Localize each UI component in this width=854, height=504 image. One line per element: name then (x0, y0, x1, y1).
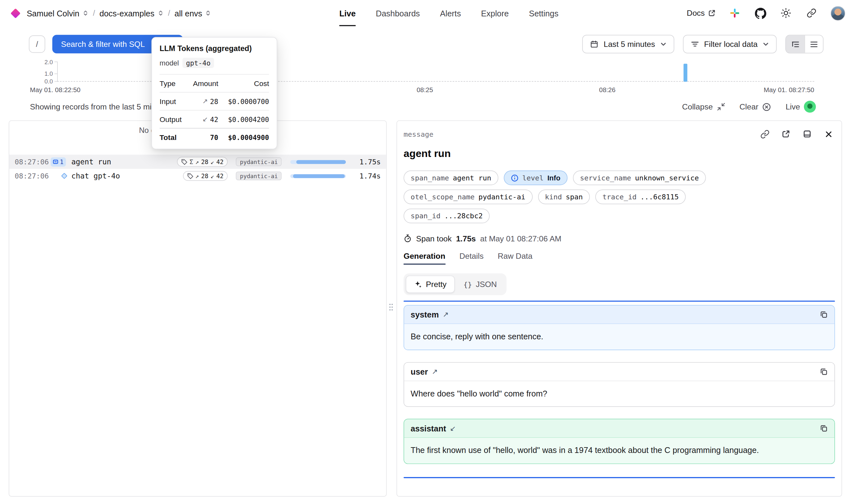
toolbar-right: Last 5 minutes Filter local data (582, 35, 823, 54)
status-row: Showing records from the last 5 minutes … (30, 101, 816, 113)
github-icon[interactable] (754, 6, 767, 20)
clear-button[interactable]: Clear (739, 102, 771, 111)
message-role: system (411, 310, 439, 319)
detail-title: agent run (403, 148, 835, 160)
tokens-table: Type Amount Cost Input ↗28 $0.0000700 Ou… (160, 74, 269, 146)
arrow-up-right-icon: ↗ (432, 367, 438, 375)
pydantic-logo-icon (11, 8, 21, 18)
message-header: system ↗ (404, 306, 834, 324)
child-count: 1 (60, 158, 63, 165)
docs-label: Docs (687, 9, 705, 17)
message-text: Where does "hello world" come from? (411, 388, 792, 400)
x-tick-end: May 01. 08:27:50 (764, 86, 814, 94)
chip-trace-id[interactable]: trace_id ...6c8115 (595, 190, 686, 204)
output-amount: 42 (210, 115, 218, 123)
total-amount: 70 (210, 133, 218, 141)
row-timestamp: 08:27:06 (15, 172, 51, 180)
y-tick: 2.0 (40, 59, 53, 65)
org-name: Samuel Colvin (26, 8, 79, 18)
view-mode-segmented (785, 35, 823, 54)
llm-tokens-pill[interactable]: ↗28 ↙42 (183, 171, 228, 181)
time-range-select[interactable]: Last 5 minutes (582, 35, 674, 54)
project-switcher[interactable]: docs-examples (97, 6, 166, 20)
trace-row-agent-run[interactable]: 08:27:06 1 agent run Σ ↗28 ↙42 pydantic-… (9, 155, 386, 169)
chip-kind[interactable]: kind span (538, 190, 590, 204)
slack-icon[interactable] (728, 6, 741, 20)
breadcrumb-separator: / (93, 9, 95, 17)
row-timestamp: 08:27:06 (15, 158, 51, 166)
tab-details[interactable]: Details (459, 252, 484, 265)
child-count-badge[interactable]: 1 (51, 157, 66, 166)
json-view-button[interactable]: {} JSON (456, 275, 505, 293)
chip-otel-scope-name[interactable]: otel_scope_name pydantic-ai (403, 190, 532, 204)
tab-dashboards[interactable]: Dashboards (376, 0, 420, 26)
message-header: assistant ↙ (404, 419, 834, 438)
open-in-new-icon[interactable] (780, 127, 793, 141)
env-name: all envs (175, 8, 202, 18)
flat-list-view-button[interactable] (804, 35, 823, 53)
span-name: chat gpt-4o (71, 172, 120, 180)
tokens-row-output: Output ↙42 $0.0004200 (160, 110, 269, 128)
collapse-label: Collapse (682, 103, 713, 111)
close-icon[interactable] (822, 127, 835, 141)
user-avatar[interactable] (831, 6, 845, 20)
tokens-row-input: Input ↗28 $0.0000700 (160, 92, 269, 110)
pretty-label: Pretty (426, 280, 447, 289)
records-sparkline-chart: 2.0 1.0 0.0 May 01. 08:22:50 08:25 08:26… (0, 56, 854, 96)
filter-local-data-select[interactable]: Filter local data (683, 35, 777, 54)
tooltip-model-row: model gpt-4o (160, 58, 269, 74)
tab-explore[interactable]: Explore (481, 0, 509, 26)
arrow-down-left-icon: ↙ (450, 425, 456, 432)
pretty-json-toggle: Pretty {} JSON (403, 273, 507, 295)
search-shortcut-key[interactable]: / (29, 35, 45, 53)
detail-tabs: Generation Details Raw Data (403, 252, 835, 265)
chevron-down-icon (763, 41, 769, 47)
live-toggle[interactable]: Live (786, 101, 816, 113)
tab-alerts[interactable]: Alerts (440, 0, 461, 26)
tag-icon (181, 159, 187, 165)
top-navbar: Samuel Colvin / docs-examples / all envs… (0, 0, 854, 26)
message-role: user (411, 367, 428, 376)
chip-span-id[interactable]: span_id ...28cbc2 (403, 209, 490, 223)
dock-panel-icon[interactable] (801, 127, 814, 141)
llm-tokens-pill[interactable]: Σ ↗28 ↙42 (177, 157, 228, 167)
panel-resize-grip[interactable] (388, 303, 394, 311)
y-tick: 1.0 (40, 70, 53, 77)
trace-rows: 08:27:06 1 agent run Σ ↗28 ↙42 pydantic-… (9, 155, 386, 183)
share-link-icon[interactable] (805, 6, 818, 20)
theme-sun-icon[interactable] (780, 6, 793, 20)
menu-lines-icon (810, 39, 819, 49)
trace-list-panel: No older records match your query 08:27:… (9, 120, 386, 497)
calendar-icon (590, 40, 599, 49)
circle-x-icon (762, 102, 771, 111)
tab-live[interactable]: Live (339, 0, 356, 26)
input-cost: $0.0000700 (228, 97, 269, 105)
tab-generation[interactable]: Generation (403, 252, 445, 265)
tooltip-title: LLM Tokens (aggregated) (160, 44, 269, 53)
env-switcher[interactable]: all envs (172, 6, 214, 20)
copy-button[interactable] (820, 310, 828, 319)
list-tree-view-button[interactable] (786, 35, 804, 53)
trace-row-chat-gpt-4o[interactable]: 08:27:06 chat gpt-4o ↗28 ↙42 pydantic-ai… (9, 169, 386, 183)
chip-span-name[interactable]: span_name agent run (403, 170, 498, 185)
docs-link[interactable]: Docs (687, 9, 715, 17)
chip-service-name[interactable]: service_name unknown_service (573, 170, 706, 185)
org-switcher[interactable]: Samuel Colvin (24, 6, 91, 20)
tab-raw-data[interactable]: Raw Data (498, 252, 532, 265)
copy-button[interactable] (820, 367, 828, 375)
x-tick: 08:26 (599, 86, 616, 94)
input-tokens: 28 (201, 158, 208, 165)
record-count-bar[interactable] (684, 64, 687, 82)
collapse-button[interactable]: Collapse (682, 103, 725, 111)
showing-records-text: Showing records from the last 5 minutes (30, 103, 171, 111)
span-duration: 1.74s (353, 172, 381, 180)
col-amount: Amount (187, 74, 218, 92)
filter-icon (691, 40, 699, 49)
chip-level[interactable]: level Info (504, 170, 567, 185)
chevron-down-icon (660, 41, 667, 47)
copy-button[interactable] (820, 425, 828, 432)
copy-link-icon[interactable] (758, 127, 771, 141)
pretty-view-button[interactable]: Pretty (406, 275, 455, 293)
main-nav: Live Dashboards Alerts Explore Settings (339, 0, 558, 26)
tab-settings[interactable]: Settings (529, 0, 558, 26)
